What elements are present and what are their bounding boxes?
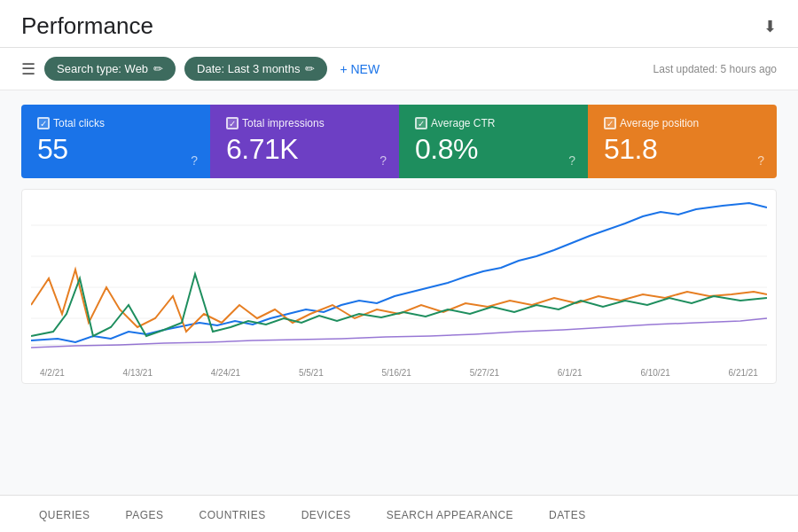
metric-total-clicks[interactable]: ✓ Total clicks 55 ? [21,105,210,178]
metric-label-ctr: ✓ Average CTR [415,117,572,129]
metric-checkbox-impressions: ✓ [226,117,239,129]
tab-pages[interactable]: PAGES [108,496,182,532]
date-label: Date: Last 3 months [197,62,300,75]
x-label-1: 4/2/21 [40,368,65,378]
metrics-row: ✓ Total clicks 55 ? ✓ Total impressions … [21,105,777,178]
download-icon[interactable]: ⬇ [763,17,777,36]
x-label-3: 4/24/21 [211,368,240,378]
metric-label-impressions: ✓ Total impressions [226,117,383,129]
tab-countries[interactable]: COUNTRIES [181,496,283,532]
toolbar: ☰ Search type: Web ✏ Date: Last 3 months… [0,48,798,90]
metric-average-position[interactable]: ✓ Average position 51.8 ? [588,105,777,178]
chart-container: 4/2/21 4/13/21 4/24/21 5/5/21 5/16/21 5/… [21,189,777,384]
metric-info-clicks: ? [191,153,198,168]
search-type-button[interactable]: Search type: Web ✏ [44,57,176,81]
metric-info-impressions: ? [379,153,387,168]
edit-icon-2: ✏ [305,62,315,75]
metric-value-impressions: 6.71K [226,133,383,166]
page-title: Performance [21,12,153,40]
metric-label-clicks: ✓ Total clicks [37,117,194,129]
x-label-2: 4/13/21 [123,368,153,378]
metric-value-clicks: 55 [37,133,194,166]
tab-queries[interactable]: QUERIES [21,496,108,532]
tab-devices[interactable]: DEVICES [284,496,369,532]
search-type-label: Search type: Web [57,62,148,75]
metric-value-ctr: 0.8% [415,133,572,166]
bottom-tabs: QUERIES PAGES COUNTRIES DEVICES SEARCH A… [0,495,798,532]
metric-average-ctr[interactable]: ✓ Average CTR 0.8% ? [399,105,588,178]
x-axis-labels: 4/2/21 4/13/21 4/24/21 5/5/21 5/16/21 5/… [31,366,767,378]
metric-value-position: 51.8 [604,133,761,166]
last-updated: Last updated: 5 hours ago [653,63,777,75]
tab-dates[interactable]: DATES [531,496,604,532]
new-label: + NEW [340,62,379,76]
tab-search-appearance[interactable]: SEARCH APPEARANCE [369,496,531,532]
new-button[interactable]: + NEW [340,62,379,76]
x-label-6: 5/27/21 [470,368,499,378]
edit-icon: ✏ [153,62,163,75]
metric-label-position: ✓ Average position [604,117,761,129]
date-filter-button[interactable]: Date: Last 3 months ✏ [184,57,327,81]
metric-info-position: ? [757,153,764,168]
x-label-7: 6/1/21 [558,368,583,378]
x-label-8: 6/10/21 [640,368,669,378]
performance-chart [31,199,767,363]
metric-total-impressions[interactable]: ✓ Total impressions 6.71K ? [210,105,399,178]
x-label-4: 5/5/21 [299,368,324,378]
metric-checkbox-clicks: ✓ [37,117,50,129]
x-label-5: 5/16/21 [382,368,411,378]
metric-checkbox-ctr: ✓ [415,117,427,129]
metric-checkbox-position: ✓ [604,117,616,129]
filter-icon[interactable]: ☰ [21,59,35,79]
metric-info-ctr: ? [568,153,575,168]
x-label-9: 6/21/21 [729,368,758,378]
header-actions: ⬇ [763,17,777,36]
page-header: Performance ⬇ [0,0,798,48]
